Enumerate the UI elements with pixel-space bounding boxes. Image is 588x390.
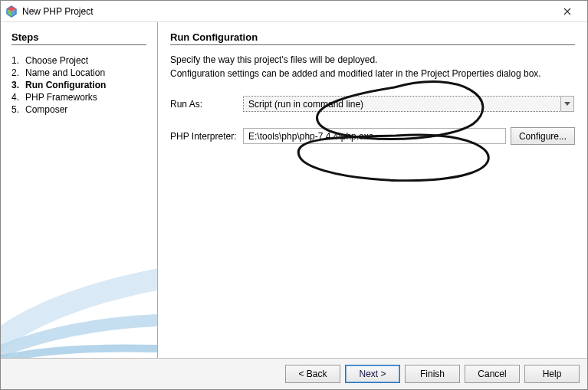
- step-number: 3.: [11, 80, 25, 90]
- configure-button[interactable]: Configure...: [511, 127, 575, 145]
- steps-heading: Steps: [11, 31, 146, 43]
- dialog-window: New PHP Project Steps 1.Choose Project2.…: [0, 0, 588, 390]
- step-item: 1.Choose Project: [11, 54, 146, 67]
- step-label: PHP Frameworks: [25, 92, 97, 103]
- run-as-value: Script (run in command line): [248, 99, 363, 110]
- step-number: 2.: [11, 67, 25, 78]
- interpreter-row: PHP Interpreter: E:\tools\php\php-7.4.4\…: [170, 127, 575, 145]
- decorative-swoosh: [1, 220, 158, 358]
- dialog-footer: < Back Next > Finish Cancel Help: [1, 358, 587, 389]
- interpreter-field[interactable]: E:\tools\php\php-7.4.4\php.exe: [243, 128, 506, 144]
- help-button[interactable]: Help: [524, 365, 580, 383]
- chevron-down-icon[interactable]: [560, 96, 574, 112]
- divider: [170, 44, 575, 45]
- divider: [11, 44, 146, 45]
- step-label: Choose Project: [25, 55, 88, 66]
- steps-list: 1.Choose Project2.Name and Location3.Run…: [11, 54, 146, 116]
- main-panel: Run Configuration Specify the way this p…: [158, 22, 587, 358]
- titlebar: New PHP Project: [1, 1, 587, 22]
- page-title: Run Configuration: [170, 31, 575, 43]
- finish-button[interactable]: Finish: [405, 365, 460, 383]
- step-number: 5.: [11, 104, 25, 115]
- step-item: 3.Run Configuration: [11, 79, 146, 91]
- step-number: 4.: [11, 92, 25, 103]
- step-item: 4.PHP Frameworks: [11, 91, 146, 103]
- step-item: 5.Composer: [11, 103, 146, 116]
- step-number: 1.: [11, 55, 25, 66]
- steps-sidebar: Steps 1.Choose Project2.Name and Locatio…: [1, 22, 158, 358]
- run-as-select[interactable]: Script (run in command line): [243, 96, 561, 112]
- dialog-body: Steps 1.Choose Project2.Name and Locatio…: [1, 22, 587, 358]
- interpreter-value: E:\tools\php\php-7.4.4\php.exe: [248, 131, 373, 142]
- run-as-row: Run As: Script (run in command line): [170, 96, 575, 112]
- window-title: New PHP Project: [22, 6, 552, 17]
- step-label: Name and Location: [25, 67, 105, 78]
- app-icon: [5, 5, 18, 18]
- step-label: Composer: [25, 104, 67, 115]
- back-button[interactable]: < Back: [285, 365, 340, 383]
- interpreter-label: PHP Interpreter:: [170, 131, 243, 142]
- step-label: Run Configuration: [25, 80, 106, 90]
- description-line-2: Configuration settings can be added and …: [170, 68, 575, 79]
- close-button[interactable]: [552, 1, 583, 22]
- run-as-label: Run As:: [170, 99, 243, 110]
- step-item: 2.Name and Location: [11, 67, 146, 79]
- cancel-button[interactable]: Cancel: [465, 365, 520, 383]
- description-line-1: Specify the way this project's files wil…: [170, 54, 575, 65]
- next-button[interactable]: Next >: [345, 365, 400, 383]
